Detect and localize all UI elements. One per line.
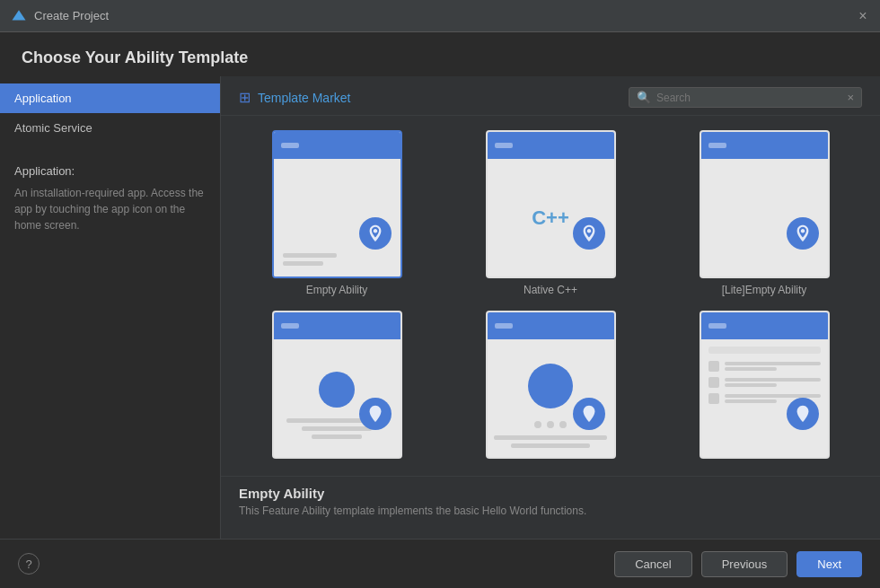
card-avatar (359, 398, 392, 430)
panel-header-left: ⊞ Template Market (239, 89, 350, 106)
template-item-4[interactable] (239, 311, 435, 464)
card-big-circle (528, 364, 573, 408)
card-avatar (787, 217, 819, 250)
sidebar-item-application[interactable]: Application (0, 83, 220, 113)
card-header (274, 312, 400, 339)
title-bar-left: Create Project (11, 8, 109, 24)
card-search-bar (708, 347, 821, 354)
info-desc: This Feature Ability template implements… (239, 505, 862, 517)
template-item-native-cpp[interactable]: C++ Native C++ (453, 130, 648, 296)
list-icon (708, 361, 719, 372)
sidebar-nav: Application Atomic Service (0, 83, 220, 143)
sidebar: Application Atomic Service Application: … (0, 76, 220, 539)
list-line (725, 378, 821, 382)
card-header-dot (495, 143, 513, 148)
card-header-dot (708, 323, 726, 329)
card-circle-big (319, 372, 355, 408)
sidebar-desc-text: An installation-required app. Access the… (14, 185, 206, 233)
template-card-5[interactable] (486, 311, 616, 459)
card-avatar (787, 398, 819, 430)
card-line (312, 434, 362, 439)
card-line (494, 435, 608, 440)
previous-button[interactable]: Previous (701, 551, 788, 577)
search-input[interactable] (656, 92, 841, 104)
card-lines-center (494, 435, 608, 448)
card-body-cpp: C++ (488, 159, 614, 276)
card-line (283, 261, 323, 266)
list-line (725, 399, 778, 403)
template-card-empty-ability[interactable] (272, 130, 402, 278)
sidebar-item-atomic-service[interactable]: Atomic Service (0, 113, 220, 143)
card-header (701, 132, 828, 159)
card-header-dot (495, 323, 513, 329)
cpp-icon: C++ (532, 206, 569, 230)
template-label-native-cpp: Native C++ (524, 284, 577, 296)
card-header-dot (708, 143, 726, 148)
content-area: Application Atomic Service Application: … (0, 76, 880, 539)
card-lines (283, 253, 337, 266)
card-header-dot (281, 143, 299, 148)
card-header (488, 132, 614, 159)
card-header (488, 312, 614, 339)
footer: ? Cancel Previous Next (0, 539, 880, 588)
card-header (274, 132, 400, 159)
template-item-5[interactable] (453, 311, 648, 464)
dot (547, 421, 554, 428)
template-card-6[interactable] (700, 311, 830, 459)
list-icon (708, 393, 719, 404)
template-item-6[interactable] (666, 311, 862, 464)
close-button[interactable]: × (857, 10, 869, 22)
list-text (725, 362, 821, 371)
info-title: Empty Ability (239, 486, 862, 501)
dialog-title: Choose Your Ability Template (0, 32, 880, 76)
list-line (725, 383, 778, 387)
next-button[interactable]: Next (796, 551, 862, 577)
list-line (725, 367, 778, 371)
card-body-profile (274, 339, 400, 457)
dot (559, 421, 567, 428)
card-line (511, 443, 591, 448)
card-line (302, 426, 373, 431)
card-line (283, 253, 337, 258)
cancel-button[interactable]: Cancel (614, 551, 691, 577)
title-bar: Create Project × (0, 0, 880, 32)
card-avatar (359, 217, 392, 250)
template-item-empty-ability[interactable]: Empty Ability (239, 130, 435, 296)
list-icon (708, 377, 719, 388)
footer-buttons: Cancel Previous Next (614, 551, 862, 577)
dialog-body: Choose Your Ability Template Application… (0, 32, 880, 588)
template-card-native-cpp[interactable]: C++ (486, 130, 616, 278)
search-icon: 🔍 (637, 91, 651, 104)
card-header (701, 312, 828, 339)
card-body-lite (701, 159, 828, 276)
market-icon: ⊞ (239, 89, 251, 106)
search-box[interactable]: 🔍 × (629, 87, 862, 108)
card-header-dot (281, 323, 299, 329)
template-card-4[interactable] (272, 311, 402, 459)
templates-grid: Empty Ability C++ (221, 116, 880, 476)
card-dots (534, 421, 567, 428)
market-label: Template Market (258, 91, 350, 105)
title-bar-title: Create Project (34, 9, 109, 22)
list-item (708, 361, 821, 372)
template-label-lite-empty: [Lite]Empty Ability (722, 284, 807, 296)
info-area: Empty Ability This Feature Ability templ… (221, 476, 880, 539)
dot (534, 421, 541, 428)
card-body-profile2 (488, 339, 614, 457)
card-avatar (573, 398, 605, 430)
list-item (708, 377, 821, 388)
list-line (725, 362, 821, 365)
panel-header: ⊞ Template Market 🔍 × (221, 76, 880, 116)
list-text (725, 378, 821, 387)
card-body-empty (274, 159, 400, 276)
card-body-list (701, 339, 828, 457)
main-panel: ⊞ Template Market 🔍 × (221, 76, 880, 539)
template-label-empty-ability: Empty Ability (306, 284, 368, 296)
search-clear-icon[interactable]: × (847, 91, 854, 104)
card-avatar (573, 217, 605, 250)
template-item-lite-empty[interactable]: [Lite]Empty Ability (666, 130, 862, 296)
sidebar-desc-title: Application: (14, 164, 206, 178)
help-button[interactable]: ? (18, 553, 40, 575)
template-card-lite-empty[interactable] (700, 130, 830, 278)
svg-marker-0 (13, 10, 26, 20)
